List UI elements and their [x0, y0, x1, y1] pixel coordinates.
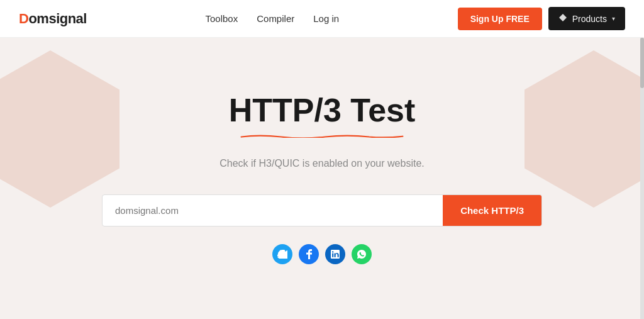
hero-subtitle: Check if H3/QUIC is enabled on your webs…	[13, 158, 631, 169]
nav-compiler[interactable]: Compiler	[257, 13, 294, 24]
search-bar: Check HTTP/3	[102, 194, 542, 227]
logo-d: D	[19, 11, 28, 27]
products-label: Products	[572, 14, 607, 24]
url-input[interactable]	[103, 195, 443, 226]
chevron-down-icon: ▾	[612, 15, 615, 22]
whatsapp-icon[interactable]	[352, 244, 372, 264]
page-title: HTTP/3 Test	[229, 92, 416, 128]
scrollbar-thumb[interactable]	[640, 38, 644, 88]
navbar: Domsignal Toolbox Compiler Log in Sign U…	[0, 0, 644, 38]
diamond-icon	[558, 13, 567, 24]
hero-section: HTTP/3 Test Check if H3/QUIC is enabled …	[0, 38, 644, 319]
products-button[interactable]: Products ▾	[548, 7, 625, 30]
logo-text: omsignal	[28, 11, 87, 27]
nav-toolbox[interactable]: Toolbox	[206, 13, 238, 24]
nav-actions: Sign Up FREE Products ▾	[458, 7, 625, 30]
facebook-icon[interactable]	[299, 244, 319, 264]
social-icons	[13, 244, 631, 264]
logo[interactable]: Domsignal	[19, 11, 87, 27]
signup-button[interactable]: Sign Up FREE	[458, 8, 542, 30]
check-button[interactable]: Check HTTP/3	[443, 195, 541, 226]
title-underline	[240, 134, 404, 138]
twitter-icon[interactable]	[272, 244, 292, 264]
linkedin-icon[interactable]	[325, 244, 345, 264]
hero-content: HTTP/3 Test Check if H3/QUIC is enabled …	[0, 92, 644, 264]
nav-login[interactable]: Log in	[313, 13, 339, 24]
nav-links: Toolbox Compiler Log in	[206, 13, 340, 24]
